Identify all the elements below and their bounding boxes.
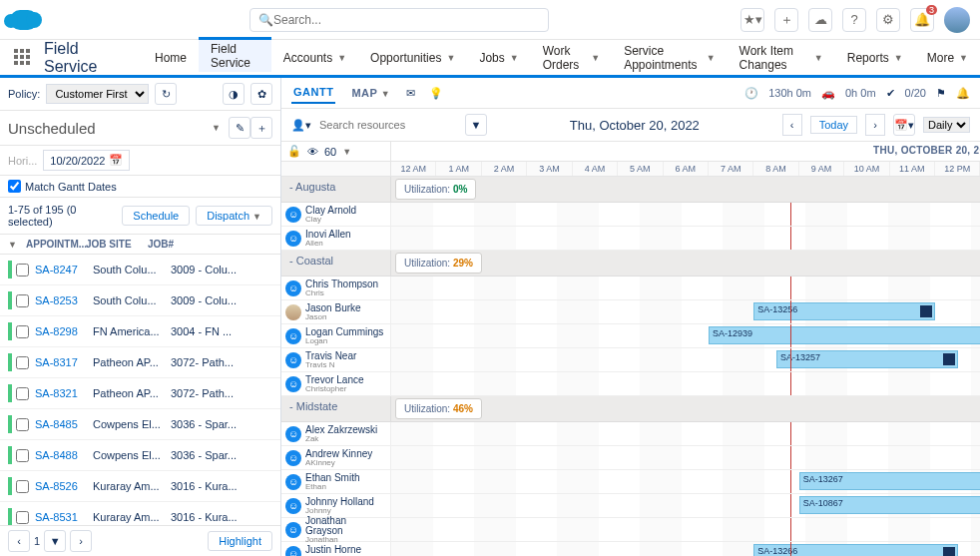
resource-row[interactable]: ☺Trevor LanceChristopher (281, 372, 980, 396)
bulb-icon[interactable]: 💡 (429, 87, 443, 100)
dispatch-button[interactable]: Dispatch ▼ (196, 206, 272, 226)
row-checkbox[interactable] (16, 264, 29, 277)
global-search[interactable]: 🔍 (249, 8, 549, 32)
row-checkbox[interactable] (16, 449, 29, 462)
chevron-down-icon[interactable]: ▼ (212, 123, 221, 133)
list-item[interactable]: SA-8526Kuraray Am...3016 - Kura... (0, 471, 280, 502)
timescale-select[interactable]: Daily (923, 117, 970, 133)
list-item[interactable]: SA-8321Patheon AP...3072- Path... (0, 378, 280, 409)
resource-row[interactable]: ☺Jonathan GraysonJonathan (281, 518, 980, 542)
territory-header[interactable]: - CoastalUtilization: 29%America/Panama … (281, 251, 980, 277)
territory-header[interactable]: - AugustaUtilization: 0%America/Panama -… (281, 177, 980, 203)
search-resources[interactable] (319, 119, 457, 131)
edit-button[interactable]: ✎ (229, 117, 250, 139)
help-icon[interactable]: ? (842, 8, 866, 32)
gantt-appointment[interactable]: SA-13256 (753, 302, 935, 320)
mail-icon[interactable]: ✉ (406, 87, 415, 100)
resource-row[interactable]: ☺Chris ThompsonChris (281, 277, 980, 300)
row-checkbox[interactable] (16, 480, 29, 493)
nav-work-item-changes[interactable]: Work Item Changes▼ (728, 40, 835, 75)
appointment-id[interactable]: SA-8298 (35, 325, 93, 337)
calendar-button[interactable]: 📅▾ (893, 114, 915, 136)
list-item[interactable]: SA-8531Kuraray Am...3016 - Kura... (0, 502, 280, 525)
highlight-button[interactable]: Highlight (208, 531, 272, 551)
refresh-button[interactable]: ↻ (155, 83, 177, 105)
cloud-icon[interactable]: ☁ (808, 8, 832, 32)
list-item[interactable]: SA-8485Cowpens El...3036 - Spar... (0, 409, 280, 440)
resource-row[interactable]: ☺Johnny HollandJohnnySA-10867 (281, 494, 980, 518)
nav-more[interactable]: More▼ (915, 40, 980, 75)
appointment-id[interactable]: SA-8488 (35, 449, 93, 461)
nav-jobs[interactable]: Jobs▼ (467, 40, 530, 75)
list-item[interactable]: SA-8253South Colu...3009 - Colu... (0, 285, 280, 316)
schedule-button[interactable]: Schedule (122, 206, 190, 226)
col-jobsite[interactable]: JOB SITE (86, 239, 148, 250)
next-page[interactable]: › (70, 530, 92, 552)
tab-map[interactable]: MAP ▼ (349, 83, 392, 103)
nav-home[interactable]: Home (143, 40, 199, 75)
gantt-appointment[interactable]: SA-12939 (709, 326, 980, 344)
row-checkbox[interactable] (16, 418, 29, 431)
nav-service-appointments[interactable]: Service Appointments▼ (612, 40, 727, 75)
resource-row[interactable]: ☺Clay ArnoldClay (281, 203, 980, 227)
flag-icon[interactable]: ⚑ (936, 87, 946, 100)
col-appointment[interactable]: APPOINTM... (26, 239, 86, 250)
star-icon[interactable]: ★▾ (740, 8, 764, 32)
territory-header[interactable]: - MidstateUtilization: 46%America/Panama… (281, 396, 980, 422)
add-button[interactable]: ＋ (250, 117, 272, 139)
alert-icon[interactable]: 🔔 (956, 87, 970, 100)
nav-field-service[interactable]: Field Service (199, 37, 271, 72)
chevron-down-icon[interactable]: ▼ (8, 240, 17, 250)
gear-icon[interactable]: ⚙ (876, 8, 900, 32)
list-item[interactable]: SA-8488Cowpens El...3036 - Spar... (0, 440, 280, 471)
list-item[interactable]: SA-8247South Colu...3009 - Colu... (0, 255, 280, 285)
row-checkbox[interactable] (16, 511, 29, 524)
col-job[interactable]: JOB# (148, 239, 272, 250)
list-item[interactable]: SA-8317Patheon AP...3072- Path... (0, 347, 280, 378)
nav-work-orders[interactable]: Work Orders▼ (531, 40, 612, 75)
resource-row[interactable]: ☺Logan CummingsLoganSA-12939 (281, 324, 980, 348)
appointment-id[interactable]: SA-8485 (35, 418, 93, 430)
resource-row[interactable]: Jason BurkeJasonSA-13256 (281, 300, 980, 324)
prev-day[interactable]: ‹ (782, 114, 802, 136)
settings-button[interactable]: ✿ (250, 83, 272, 105)
appointment-id[interactable]: SA-8247 (35, 264, 93, 276)
search-input[interactable] (273, 13, 540, 27)
appointment-id[interactable]: SA-8321 (35, 387, 93, 399)
nav-accounts[interactable]: Accounts▼ (271, 40, 358, 75)
gantt-appointment[interactable]: SA-13267 (799, 472, 980, 490)
appointment-id[interactable]: SA-8253 (35, 294, 93, 306)
gantt-appointment[interactable]: SA-13257 (776, 350, 958, 368)
resource-row[interactable]: ☺Travis NearTravis NSA-13257 (281, 348, 980, 372)
appointment-id[interactable]: SA-8317 (35, 356, 93, 368)
row-checkbox[interactable] (16, 294, 29, 307)
tab-gantt[interactable]: GANTT (291, 82, 335, 104)
location-button[interactable]: ◑ (223, 83, 245, 105)
appointment-id[interactable]: SA-8531 (35, 511, 93, 523)
lock-icon[interactable]: 🔓 (287, 145, 301, 158)
nav-opportunities[interactable]: Opportunities▼ (358, 40, 467, 75)
avatar[interactable] (944, 7, 970, 33)
list-item[interactable]: SA-8298FN America...3004 - FN ... (0, 316, 280, 347)
resource-row[interactable]: ☺Andrew KinneyAKinney (281, 446, 980, 470)
match-gantt-checkbox[interactable] (8, 180, 21, 193)
page-dropdown[interactable]: ▼ (44, 530, 66, 552)
prev-page[interactable]: ‹ (8, 530, 30, 552)
row-checkbox[interactable] (16, 356, 29, 369)
row-checkbox[interactable] (16, 387, 29, 400)
horizon-date[interactable]: 10/20/2022 📅 (43, 150, 130, 171)
today-button[interactable]: Today (810, 116, 857, 134)
resource-row[interactable]: ☺Justin HorneJustinSA-13266SA-13268 (281, 542, 980, 556)
next-day[interactable]: › (865, 114, 885, 136)
bell-icon[interactable]: 🔔3 (910, 8, 934, 32)
row-checkbox[interactable] (16, 325, 29, 338)
gantt-appointment[interactable]: SA-10867 (799, 496, 980, 514)
appointment-id[interactable]: SA-8526 (35, 480, 93, 492)
nav-reports[interactable]: Reports▼ (835, 40, 915, 75)
gantt-appointment[interactable]: SA-13266 (753, 544, 957, 556)
plus-icon[interactable]: ＋ (774, 8, 798, 32)
app-launcher-icon[interactable] (14, 49, 30, 67)
resource-row[interactable]: ☺Inovi AllenAllen (281, 227, 980, 251)
resource-row[interactable]: ☺Alex ZakrzewskiZak (281, 422, 980, 446)
filter-button[interactable]: ▼ (465, 114, 487, 136)
